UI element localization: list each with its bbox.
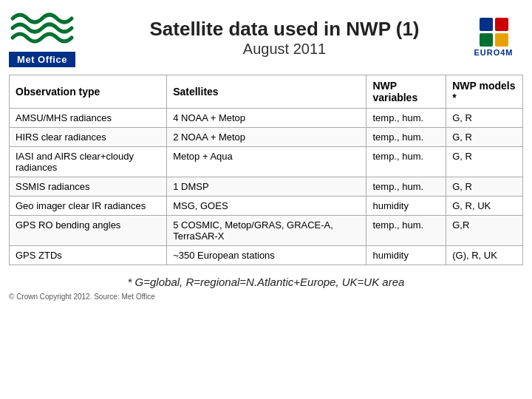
obs-type-cell: SSMIS radiances	[10, 177, 167, 197]
euro4m-squares-icon	[480, 18, 508, 47]
nwp-models-cell: G, R, UK	[446, 197, 523, 216]
col-header-nwp-vars: NWP variables	[366, 75, 446, 109]
sq-yellow	[495, 33, 508, 47]
obs-type-cell: AMSU/MHS radiances	[10, 109, 167, 128]
nwp-vars-cell: humidity	[366, 197, 446, 216]
sq-green	[480, 33, 493, 47]
nwp-models-cell: (G), R, UK	[446, 246, 523, 265]
nwp-models-cell: G,R	[446, 216, 523, 246]
table-row: GPS RO bending angles5 COSMIC, Metop/GRA…	[10, 216, 523, 246]
euro4m-logo: EURO4M	[464, 18, 523, 57]
table-row: IASI and AIRS clear+cloudy radiancesMeto…	[10, 147, 523, 177]
nwp-vars-cell: temp., hum.	[366, 109, 446, 128]
obs-type-cell: HIRS clear radiances	[10, 128, 167, 147]
nwp-vars-cell: temp., hum.	[366, 147, 446, 177]
col-header-satellites: Satellites	[167, 75, 366, 109]
table-header-row: Observation type Satellites NWP variable…	[10, 75, 523, 109]
obs-type-cell: GPS RO bending angles	[10, 216, 167, 246]
obs-type-cell: IASI and AIRS clear+cloudy radiances	[10, 147, 167, 177]
page-subtitle: August 2011	[105, 41, 464, 58]
table-row: SSMIS radiances1 DMSPtemp., hum.G, R	[10, 177, 523, 197]
satellites-cell: MSG, GOES	[167, 197, 366, 216]
nwp-vars-cell: temp., hum.	[366, 177, 446, 197]
sq-red	[495, 18, 508, 31]
nwp-models-cell: G, R	[446, 109, 523, 128]
col-header-nwp-models: NWP models *	[446, 75, 523, 109]
satellites-cell: 4 NOAA + Metop	[167, 109, 366, 128]
footnote: * G=global, R=regional=N.Atlantic+Europe…	[9, 276, 523, 288]
nwp-vars-cell: temp., hum.	[366, 216, 446, 246]
table-row: GPS ZTDs~350 European stationshumidity(G…	[10, 246, 523, 265]
satellites-cell: ~350 European stations	[167, 246, 366, 265]
nwp-models-cell: G, R	[446, 128, 523, 147]
header: Met Office Satellite data used in NWP (1…	[9, 7, 523, 67]
page-title: Satellite data used in NWP (1)	[105, 18, 464, 41]
page: Met Office Satellite data used in NWP (1…	[0, 0, 532, 399]
nwp-vars-cell: humidity	[366, 246, 446, 265]
nwp-vars-cell: temp., hum.	[366, 128, 446, 147]
met-office-label: Met Office	[9, 52, 75, 67]
sq-blue	[480, 18, 493, 31]
title-block: Satellite data used in NWP (1) August 20…	[105, 18, 464, 58]
met-office-logo: Met Office	[9, 7, 105, 67]
table-row: HIRS clear radiances2 NOAA + Metoptemp.,…	[10, 128, 523, 147]
data-table: Observation type Satellites NWP variable…	[9, 75, 523, 265]
obs-type-cell: GPS ZTDs	[10, 246, 167, 265]
satellites-cell: Metop + Aqua	[167, 147, 366, 177]
satellites-cell: 1 DMSP	[167, 177, 366, 197]
satellites-cell: 2 NOAA + Metop	[167, 128, 366, 147]
satellites-cell: 5 COSMIC, Metop/GRAS, GRACE-A, TerraSAR-…	[167, 216, 366, 246]
col-header-obs-type: Observation type	[10, 75, 167, 109]
table-row: AMSU/MHS radiances4 NOAA + Metoptemp., h…	[10, 109, 523, 128]
nwp-models-cell: G, R	[446, 177, 523, 197]
nwp-models-cell: G, R	[446, 147, 523, 177]
table-row: Geo imager clear IR radiancesMSG, GOEShu…	[10, 197, 523, 216]
met-office-waves-icon	[9, 7, 75, 52]
euro4m-label: EURO4M	[474, 48, 513, 57]
obs-type-cell: Geo imager clear IR radiances	[10, 197, 167, 216]
copyright: © Crown Copyright 2012. Source: Met Offi…	[9, 293, 523, 301]
